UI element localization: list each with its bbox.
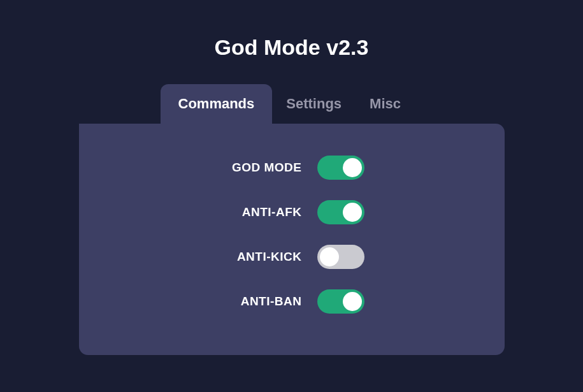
toggle-knob-icon	[320, 247, 339, 266]
option-row-god-mode: GOD MODE	[104, 156, 479, 180]
toggle-knob-icon	[343, 292, 362, 311]
option-row-anti-afk: ANTI-AFK	[104, 200, 479, 224]
toggle-anti-ban[interactable]	[317, 289, 364, 314]
option-label: GOD MODE	[219, 161, 302, 175]
option-label: ANTI-KICK	[219, 250, 302, 264]
toggle-anti-afk[interactable]	[317, 200, 364, 224]
toggle-knob-icon	[343, 203, 362, 222]
toggle-god-mode[interactable]	[317, 156, 364, 180]
option-label: ANTI-BAN	[219, 294, 302, 309]
tab-settings[interactable]: Settings	[272, 84, 356, 124]
tab-misc[interactable]: Misc	[356, 84, 415, 124]
page-title: God Mode v2.3	[215, 35, 369, 60]
option-row-anti-kick: ANTI-KICK	[104, 245, 479, 269]
option-row-anti-ban: ANTI-BAN	[104, 289, 479, 314]
tab-commands[interactable]: Commands	[161, 84, 273, 124]
tabs-bar: Commands Settings Misc	[79, 84, 505, 124]
options-panel: GOD MODE ANTI-AFK ANTI-KICK ANTI-BAN	[79, 124, 505, 355]
toggle-knob-icon	[343, 158, 362, 177]
option-label: ANTI-AFK	[219, 205, 302, 219]
toggle-anti-kick[interactable]	[317, 245, 364, 269]
